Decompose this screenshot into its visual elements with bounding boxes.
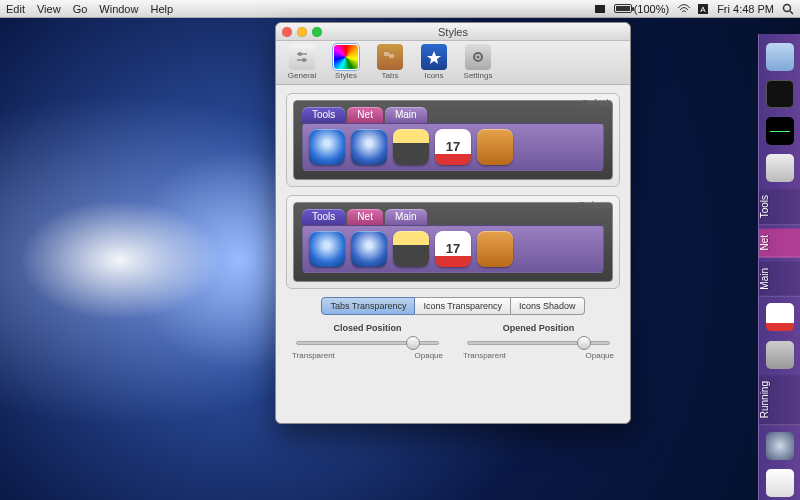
contacts-icon bbox=[477, 231, 513, 267]
preview-tab-net: Net bbox=[347, 209, 383, 225]
appstore-icon bbox=[309, 129, 345, 165]
slider-track-closed[interactable] bbox=[296, 341, 439, 345]
dock-item-activity[interactable] bbox=[763, 115, 797, 148]
iphoto-icon bbox=[393, 129, 429, 165]
sliders-row: Closed Position Transparent Opaque Opene… bbox=[286, 323, 620, 364]
itunes-icon bbox=[351, 129, 387, 165]
preview-shelf bbox=[302, 123, 604, 171]
keyboard-layout-icon[interactable]: A bbox=[697, 3, 709, 15]
toolbar-styles[interactable]: Styles bbox=[326, 44, 366, 80]
slider-max-label: Opaque bbox=[586, 351, 614, 360]
menu-go[interactable]: Go bbox=[73, 3, 88, 15]
dock-item-finder[interactable] bbox=[763, 40, 797, 73]
segmented-control: Tabs Transparency Icons Transparency Ico… bbox=[286, 297, 620, 315]
svg-rect-9 bbox=[384, 52, 389, 56]
star-icon bbox=[421, 44, 447, 70]
dock-item-safari[interactable] bbox=[763, 429, 797, 462]
svg-marker-11 bbox=[427, 51, 441, 64]
slider-header: Opened Position bbox=[461, 323, 616, 333]
preview-tab-main: Main bbox=[385, 209, 427, 225]
preview-shelf bbox=[302, 225, 604, 273]
svg-line-4 bbox=[790, 11, 793, 14]
ical-icon bbox=[435, 129, 471, 165]
battery-icon bbox=[614, 4, 632, 13]
menu-window[interactable]: Window bbox=[99, 3, 138, 15]
minimize-button[interactable] bbox=[297, 27, 307, 37]
toolbar-icons[interactable]: Icons bbox=[414, 44, 454, 80]
slider-knob[interactable] bbox=[406, 336, 420, 350]
dock-item-terminal[interactable] bbox=[763, 77, 797, 110]
svg-rect-10 bbox=[389, 54, 394, 58]
toolbar-label: Tabs bbox=[382, 71, 399, 80]
traffic-lights bbox=[282, 27, 322, 37]
slider-header: Closed Position bbox=[290, 323, 445, 333]
itunes-icon bbox=[351, 231, 387, 267]
svg-rect-0 bbox=[595, 5, 605, 13]
seg-tabs-transparency[interactable]: Tabs Transparency bbox=[321, 297, 415, 315]
wifi-icon[interactable] bbox=[677, 3, 689, 15]
gear-icon bbox=[465, 44, 491, 70]
toolbar-settings[interactable]: Settings bbox=[458, 44, 498, 80]
slider-track-opened[interactable] bbox=[467, 341, 610, 345]
dock-item-textedit[interactable] bbox=[763, 467, 797, 500]
menubar: Edit View Go Window Help (100%) A Fri 4:… bbox=[0, 0, 800, 18]
dock-tab-main[interactable]: Main bbox=[759, 262, 800, 297]
menu-view[interactable]: View bbox=[37, 3, 61, 15]
toolbar-label: General bbox=[288, 71, 316, 80]
style-card-emboss[interactable]: Emboss Tools Net Main bbox=[286, 195, 620, 289]
slider-opened: Opened Position Transparent Opaque bbox=[461, 323, 616, 360]
style-name-label: Emboss bbox=[578, 200, 611, 210]
slider-knob[interactable] bbox=[577, 336, 591, 350]
slider-closed: Closed Position Transparent Opaque bbox=[290, 323, 445, 360]
slider-icon bbox=[289, 44, 315, 70]
dock-item-ical[interactable] bbox=[763, 301, 797, 334]
menubar-clock[interactable]: Fri 4:48 PM bbox=[717, 3, 774, 15]
window-title: Styles bbox=[276, 26, 630, 38]
svg-point-3 bbox=[784, 4, 791, 11]
slider-min-label: Transparent bbox=[463, 351, 506, 360]
ical-icon bbox=[435, 231, 471, 267]
side-dock: Tools Net Main Running bbox=[758, 34, 800, 500]
menu-edit[interactable]: Edit bbox=[6, 3, 25, 15]
window-content: Default Tools Net Main Emboss bbox=[276, 85, 630, 423]
style-card-default[interactable]: Default Tools Net Main bbox=[286, 93, 620, 187]
tabs-icon bbox=[377, 44, 403, 70]
menubar-status: (100%) A Fri 4:48 PM bbox=[594, 3, 794, 15]
dock-tab-net[interactable]: Net bbox=[759, 229, 800, 258]
preview-tab-main: Main bbox=[385, 107, 427, 123]
spotlight-icon[interactable] bbox=[782, 3, 794, 15]
preview-tab-net: Net bbox=[347, 107, 383, 123]
zoom-button[interactable] bbox=[312, 27, 322, 37]
toolbar-label: Styles bbox=[335, 71, 357, 80]
style-preview: Tools Net Main bbox=[293, 202, 613, 282]
svg-point-13 bbox=[477, 56, 480, 59]
prefs-toolbar: General Styles Tabs Icons Settings bbox=[276, 41, 630, 85]
svg-point-7 bbox=[298, 52, 302, 56]
seg-icons-shadow[interactable]: Icons Shadow bbox=[511, 297, 585, 315]
toolbar-label: Icons bbox=[424, 71, 443, 80]
style-name-label: Default bbox=[582, 98, 611, 108]
battery-pct: (100%) bbox=[634, 3, 669, 15]
menubar-menus: Edit View Go Window Help bbox=[6, 3, 173, 15]
dropbox-icon[interactable] bbox=[594, 3, 606, 15]
titlebar[interactable]: Styles bbox=[276, 23, 630, 41]
appstore-icon bbox=[309, 231, 345, 267]
color-wheel-icon bbox=[333, 44, 359, 70]
seg-icons-transparency[interactable]: Icons Transparency bbox=[415, 297, 511, 315]
close-button[interactable] bbox=[282, 27, 292, 37]
style-preview: Tools Net Main bbox=[293, 100, 613, 180]
styles-window: Styles General Styles Tabs Icons Setting… bbox=[275, 22, 631, 424]
battery-status[interactable]: (100%) bbox=[614, 3, 669, 15]
menu-help[interactable]: Help bbox=[150, 3, 173, 15]
svg-text:A: A bbox=[700, 5, 706, 14]
dock-item-fontbook[interactable] bbox=[763, 338, 797, 371]
contacts-icon bbox=[477, 129, 513, 165]
dock-tab-tools[interactable]: Tools bbox=[759, 189, 800, 225]
dock-item-disk[interactable] bbox=[763, 152, 797, 185]
iphoto-icon bbox=[393, 231, 429, 267]
toolbar-general[interactable]: General bbox=[282, 44, 322, 80]
slider-max-label: Opaque bbox=[415, 351, 443, 360]
toolbar-tabs[interactable]: Tabs bbox=[370, 44, 410, 80]
dock-tab-running[interactable]: Running bbox=[759, 375, 800, 425]
toolbar-label: Settings bbox=[464, 71, 493, 80]
